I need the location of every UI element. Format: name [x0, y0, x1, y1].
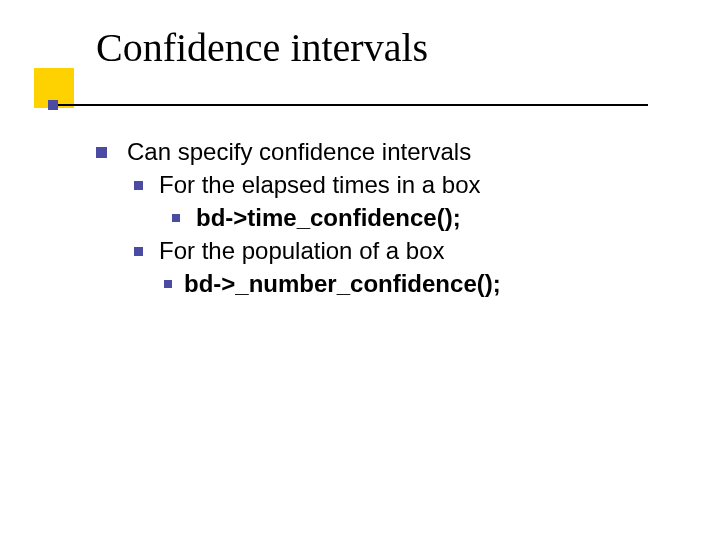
- slide-title: Confidence intervals: [96, 24, 428, 71]
- accent-square-purple: [48, 100, 58, 110]
- bullet-icon: [134, 181, 143, 190]
- bullet-icon: [96, 147, 107, 158]
- code-text: bd->time_confidence();: [196, 201, 461, 234]
- bullet-icon: [164, 280, 172, 288]
- title-rule: [52, 104, 648, 106]
- slide: Confidence intervals Can specify confide…: [0, 0, 720, 540]
- bullet-level2: bd->time_confidence();: [172, 201, 676, 234]
- bullet-level0: Can specify confidence intervals: [96, 135, 676, 168]
- bullet-icon: [172, 214, 180, 222]
- bullet-text: Can specify confidence intervals: [127, 135, 471, 168]
- bullet-text: For the elapsed times in a box: [159, 168, 481, 201]
- bullet-level1: For the population of a box: [134, 234, 676, 267]
- bullet-icon: [134, 247, 143, 256]
- bullet-text: For the population of a box: [159, 234, 445, 267]
- code-text: bd->_number_confidence();: [184, 267, 501, 300]
- content-area: Can specify confidence intervals For the…: [96, 135, 676, 301]
- bullet-level1: For the elapsed times in a box: [134, 168, 676, 201]
- bullet-level2: bd->_number_confidence();: [164, 267, 676, 300]
